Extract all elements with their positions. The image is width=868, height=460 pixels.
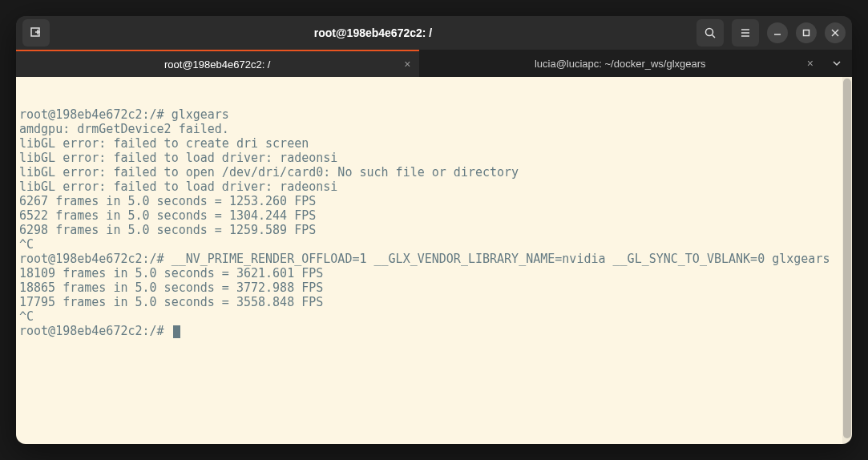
- minimize-icon: [773, 28, 782, 38]
- close-button[interactable]: [825, 22, 846, 43]
- terminal-line: 18109 frames in 5.0 seconds = 3621.601 F…: [19, 266, 849, 280]
- tab-label: root@198eb4e672c2: /: [164, 59, 270, 71]
- terminal-output-text: ^C: [19, 309, 34, 324]
- terminal-line: ^C: [19, 309, 849, 324]
- scrollbar-track[interactable]: [842, 77, 852, 444]
- terminal-output-text: 6522 frames in 5.0 seconds = 1304.244 FP…: [19, 208, 316, 223]
- hamburger-icon: [739, 26, 752, 39]
- svg-point-3: [706, 29, 713, 36]
- tab-dropdown-button[interactable]: [822, 50, 852, 77]
- terminal-prompt: root@198eb4e672c2:/#: [19, 324, 172, 338]
- terminal-output-text: libGL error: failed to load driver: rade…: [19, 151, 337, 165]
- svg-line-4: [713, 35, 716, 38]
- terminal-output-text: 6298 frames in 5.0 seconds = 1259.589 FP…: [19, 223, 316, 237]
- maximize-button[interactable]: [796, 22, 817, 43]
- terminal-line: amdgpu: drmGetDevice2 failed.: [19, 122, 849, 136]
- svg-rect-9: [804, 30, 809, 36]
- terminal-output-text: 18865 frames in 5.0 seconds = 3772.988 F…: [19, 280, 323, 295]
- terminal-line: 6267 frames in 5.0 seconds = 1253.260 FP…: [19, 194, 849, 208]
- search-button[interactable]: [696, 19, 724, 46]
- terminal-output-text: libGL error: failed to open /dev/dri/car…: [19, 165, 519, 180]
- terminal-line: libGL error: failed to load driver: rade…: [19, 151, 849, 165]
- close-icon: [830, 28, 840, 38]
- terminal-line: 18865 frames in 5.0 seconds = 3772.988 F…: [19, 280, 849, 295]
- chevron-down-icon: [832, 59, 842, 68]
- menu-button[interactable]: [732, 19, 759, 46]
- tab-close-button[interactable]: ×: [404, 58, 410, 71]
- terminal-line: 6522 frames in 5.0 seconds = 1304.244 FP…: [19, 208, 849, 223]
- tab-root-container[interactable]: root@198eb4e672c2: / ×: [16, 50, 419, 77]
- terminal-line: root@198eb4e672c2:/# glxgears: [19, 107, 849, 122]
- terminal-line: root@198eb4e672c2:/# __NV_PRIME_RENDER_O…: [19, 252, 849, 266]
- minimize-button[interactable]: [767, 22, 788, 43]
- titlebar: root@198eb4e672c2: /: [16, 16, 852, 50]
- maximize-icon: [801, 28, 811, 38]
- tab-lucia-glxgears[interactable]: lucia@luciapc: ~/docker_ws/glxgears ×: [419, 50, 822, 77]
- terminal-output-text: 17795 frames in 5.0 seconds = 3558.848 F…: [19, 295, 323, 309]
- terminal-output-text: libGL error: failed to create dri screen: [19, 136, 309, 151]
- scrollbar-thumb[interactable]: [843, 79, 851, 438]
- terminal-line: root@198eb4e672c2:/#: [19, 324, 849, 338]
- window-title: root@198eb4e672c2: /: [55, 26, 692, 39]
- terminal-line: ^C: [19, 237, 849, 252]
- terminal-output-text: 6267 frames in 5.0 seconds = 1253.260 FP…: [19, 194, 316, 208]
- terminal-command: glxgears: [172, 107, 229, 122]
- terminal-output-text: libGL error: failed to load driver: rade…: [19, 180, 337, 194]
- terminal-prompt: root@198eb4e672c2:/#: [19, 252, 172, 266]
- terminal-line: 6298 frames in 5.0 seconds = 1259.589 FP…: [19, 223, 849, 237]
- tab-close-button[interactable]: ×: [807, 57, 813, 70]
- terminal-window: root@198eb4e672c2: / root@198eb4e672c2: …: [16, 16, 852, 444]
- terminal-command: __NV_PRIME_RENDER_OFFLOAD=1 __GLX_VENDOR…: [172, 252, 830, 266]
- terminal-cursor: [173, 325, 180, 338]
- tab-label: lucia@luciapc: ~/docker_ws/glxgears: [535, 58, 706, 70]
- new-tab-button[interactable]: [22, 19, 50, 46]
- terminal-prompt: root@198eb4e672c2:/#: [19, 107, 172, 122]
- terminal-line: libGL error: failed to create dri screen: [19, 136, 849, 151]
- terminal-line: 17795 frames in 5.0 seconds = 3558.848 F…: [19, 295, 849, 309]
- terminal-output-text: amdgpu: drmGetDevice2 failed.: [19, 122, 229, 136]
- terminal-line: libGL error: failed to load driver: rade…: [19, 180, 849, 194]
- terminal-output-text: 18109 frames in 5.0 seconds = 3621.601 F…: [19, 266, 323, 280]
- terminal-output-text: ^C: [19, 237, 34, 252]
- terminal-output[interactable]: root@198eb4e672c2:/# glxgearsamdgpu: drm…: [16, 77, 852, 444]
- new-tab-icon: [30, 26, 42, 39]
- terminal-line: libGL error: failed to open /dev/dri/car…: [19, 165, 849, 180]
- search-icon: [704, 26, 717, 39]
- tabbar: root@198eb4e672c2: / × lucia@luciapc: ~/…: [16, 50, 852, 77]
